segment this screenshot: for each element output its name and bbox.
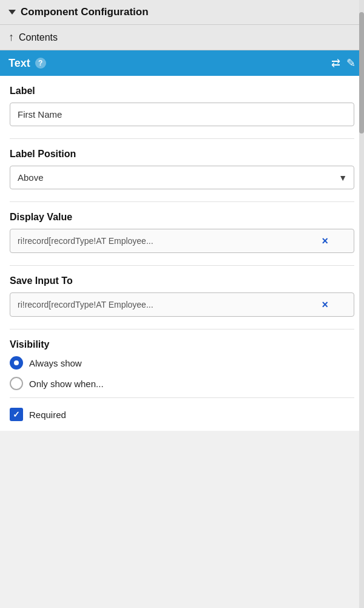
display-value-clear-button[interactable]: × xyxy=(320,235,329,246)
outer-wrapper: Component Configuration ↑ Contents Text … xyxy=(0,0,364,608)
swap-icon: ⇄ xyxy=(331,56,340,70)
save-input-field[interactable]: ri!record[recordType!AT Employee... × xyxy=(10,292,354,317)
checkmark-icon: ✓ xyxy=(13,410,20,419)
swap-button[interactable]: ⇄ xyxy=(331,56,340,70)
save-input-section: Save Input To ri!record[recordType!AT Em… xyxy=(10,275,354,317)
label-section: Label xyxy=(10,86,354,126)
component-config-header: Component Configuration xyxy=(0,0,364,25)
up-arrow-icon: ↑ xyxy=(8,31,14,44)
edit-icon: ✎ xyxy=(346,56,356,70)
display-value-field[interactable]: ri!record[recordType!AT Employee... × xyxy=(10,229,354,253)
radio-always-show[interactable]: Always show xyxy=(10,356,354,370)
label-position-label: Label Position xyxy=(10,149,354,160)
radio-always-show-label: Always show xyxy=(29,358,82,368)
text-header-left: Text ? xyxy=(8,57,46,70)
visibility-label: Visibility xyxy=(10,339,354,350)
radio-always-show-outer xyxy=(10,356,23,370)
save-input-clear-button[interactable]: × xyxy=(320,299,329,310)
radio-only-show-when[interactable]: Only show when... xyxy=(10,377,354,390)
label-field-label: Label xyxy=(10,86,354,96)
display-value-section: Display Value ri!record[recordType!AT Em… xyxy=(10,212,354,253)
radio-only-show-label: Only show when... xyxy=(29,379,104,389)
contents-row[interactable]: ↑ Contents xyxy=(0,25,364,50)
text-header-title: Text xyxy=(8,57,30,70)
save-input-label: Save Input To xyxy=(10,275,354,286)
label-position-section: Label Position Above Below Left Right Hi… xyxy=(10,149,354,189)
edit-button[interactable]: ✎ xyxy=(346,56,356,70)
display-value-text: ri!record[recordType!AT Employee... xyxy=(18,236,320,246)
visibility-section: Visibility Always show Only show when... xyxy=(10,339,354,390)
scrollbar-thumb[interactable] xyxy=(359,12,364,133)
required-checkbox[interactable]: ✓ xyxy=(10,408,23,421)
divider-2 xyxy=(10,201,354,202)
label-input[interactable] xyxy=(10,103,354,126)
component-config-title: Component Configuration xyxy=(21,6,149,18)
label-position-select-wrapper: Above Below Left Right Hidden ▼ xyxy=(10,166,354,189)
text-header-actions: ⇄ ✎ xyxy=(331,56,356,70)
form-content: Label Label Position Above Below Left Ri… xyxy=(0,76,364,431)
save-input-text: ri!record[recordType!AT Employee... xyxy=(18,300,320,309)
required-checkbox-label: Required xyxy=(29,410,66,420)
help-icon[interactable]: ? xyxy=(35,58,46,69)
scrollbar[interactable] xyxy=(359,0,364,608)
text-section-header: Text ? ⇄ ✎ xyxy=(0,50,364,76)
collapse-icon[interactable] xyxy=(8,10,16,15)
label-position-select[interactable]: Above Below Left Right Hidden xyxy=(10,166,354,189)
display-value-label: Display Value xyxy=(10,212,354,223)
divider-3 xyxy=(10,265,354,266)
contents-label: Contents xyxy=(19,32,58,43)
divider-4 xyxy=(10,329,354,329)
divider-1 xyxy=(10,138,354,139)
required-checkbox-option[interactable]: ✓ Required xyxy=(10,408,354,421)
radio-always-show-inner xyxy=(14,360,19,365)
divider-5 xyxy=(10,397,354,398)
radio-only-show-outer xyxy=(10,377,23,390)
